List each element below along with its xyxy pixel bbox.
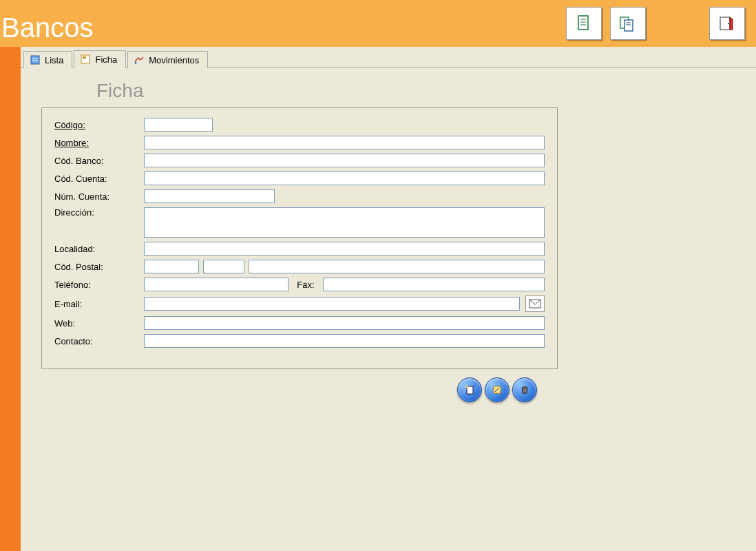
svg-point-16	[135, 62, 137, 64]
document-icon	[576, 14, 591, 32]
toolbar-exit-button[interactable]	[709, 7, 745, 40]
tab-label: Ficha	[95, 54, 117, 65]
codpostal-label: Cód. Postal:	[54, 262, 144, 272]
svg-rect-0	[578, 16, 588, 30]
action-buttons	[41, 377, 558, 402]
codpostal-input-3[interactable]	[249, 260, 545, 273]
localidad-label: Localidad:	[54, 244, 144, 254]
tab-label: Movimientos	[149, 55, 199, 65]
numcuenta-input[interactable]	[144, 189, 275, 203]
svg-marker-9	[730, 17, 733, 30]
tab-label: Lista	[45, 55, 63, 65]
svg-point-10	[728, 23, 729, 24]
envelope-icon	[529, 299, 541, 309]
svg-rect-14	[81, 55, 90, 63]
page-title: Bancos	[1, 12, 93, 43]
email-input[interactable]	[144, 297, 520, 311]
svg-rect-18	[467, 386, 473, 394]
codcuenta-label: Cód. Cuenta:	[54, 174, 144, 184]
contacto-input[interactable]	[144, 334, 545, 348]
list-icon	[30, 54, 41, 65]
new-record-button[interactable]	[457, 377, 482, 402]
edit-record-button[interactable]	[485, 377, 510, 402]
section-title: Ficha	[96, 80, 756, 102]
svg-rect-15	[83, 56, 86, 59]
delete-record-button[interactable]	[512, 377, 537, 402]
svg-rect-11	[31, 56, 39, 64]
tab-movimientos[interactable]: Movimientos	[127, 51, 208, 68]
toolbar-copy-button[interactable]	[610, 7, 646, 40]
direccion-input[interactable]	[144, 207, 545, 238]
codbanco-input[interactable]	[144, 154, 545, 167]
fax-input[interactable]	[323, 278, 545, 291]
content-area: Lista Ficha Movimientos Ficha Código:	[21, 47, 756, 551]
form-icon	[80, 54, 91, 65]
email-label: E-mail:	[54, 299, 144, 309]
localidad-input[interactable]	[144, 242, 545, 256]
tab-bar: Lista Ficha Movimientos	[21, 47, 756, 67]
telefono-label: Teléfono:	[54, 280, 144, 290]
exit-icon	[719, 15, 735, 32]
fax-label: Fax:	[288, 280, 323, 290]
svg-rect-5	[624, 20, 633, 31]
codpostal-input-2[interactable]	[203, 260, 244, 273]
edit-icon	[492, 384, 503, 395]
tab-lista[interactable]: Lista	[23, 51, 72, 68]
codigo-input[interactable]	[144, 118, 213, 132]
codbanco-label: Cód. Banco:	[54, 156, 144, 166]
email-send-button[interactable]	[525, 295, 545, 312]
codigo-label: Código:	[54, 120, 144, 130]
toolbar-new-button[interactable]	[566, 7, 602, 40]
trash-icon	[519, 384, 530, 395]
tab-ficha[interactable]: Ficha	[74, 50, 126, 68]
telefono-input[interactable]	[144, 278, 288, 291]
toolbar	[566, 7, 745, 40]
contacto-label: Contacto:	[54, 336, 144, 346]
codpostal-input-1[interactable]	[144, 260, 199, 273]
web-label: Web:	[54, 318, 144, 329]
svg-rect-21	[523, 386, 527, 388]
web-input[interactable]	[144, 316, 545, 330]
nombre-input[interactable]	[144, 136, 545, 149]
documents-icon	[619, 14, 637, 32]
form-panel: Código: Nombre: Cód. Banco: Cód. Cuenta:…	[41, 107, 558, 369]
nombre-label: Nombre:	[54, 138, 144, 148]
numcuenta-label: Núm. Cuenta:	[54, 191, 144, 202]
direccion-label: Dirección:	[54, 207, 144, 218]
sidebar-strip	[0, 47, 21, 551]
codcuenta-input[interactable]	[144, 171, 545, 185]
header: Bancos	[0, 0, 756, 47]
moves-icon	[134, 54, 145, 65]
new-page-icon	[464, 384, 475, 395]
